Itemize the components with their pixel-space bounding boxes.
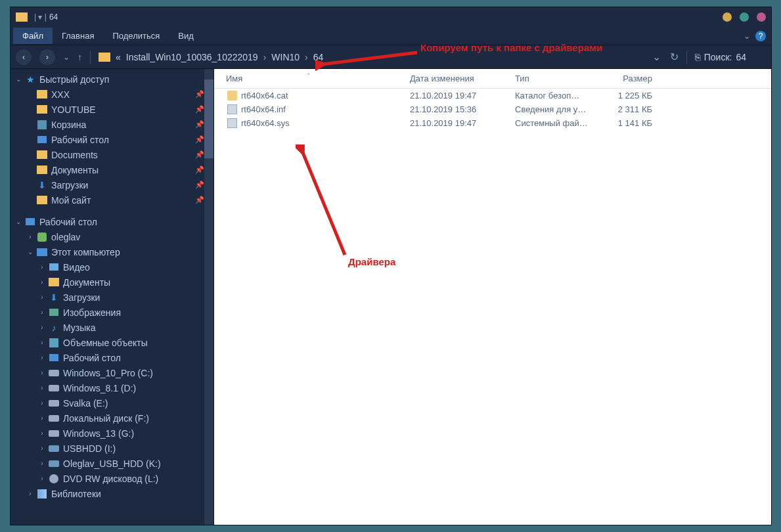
expand-icon[interactable]: › <box>37 369 47 376</box>
expand-icon[interactable]: › <box>37 339 47 346</box>
minimize-button[interactable] <box>723 12 732 22</box>
nav-drive[interactable]: ›Svalka (E:) <box>11 395 213 410</box>
tree-label: Библиотеки <box>51 489 101 499</box>
file-icon <box>227 118 237 128</box>
address-dropdown-icon[interactable]: ⌄ <box>652 51 661 63</box>
nav-drive[interactable]: ›DVD RW дисковод (L:) <box>11 471 213 486</box>
nav-pc-folder[interactable]: ›♪Музыка <box>11 320 213 335</box>
search-box[interactable]: ⎘ Поиск: 64 <box>695 52 766 62</box>
forward-button[interactable]: › <box>39 49 55 65</box>
expand-icon[interactable]: ⌄ <box>25 248 35 255</box>
up-button[interactable]: ↑ <box>78 52 82 62</box>
folder-icon <box>16 12 28 22</box>
file-row[interactable]: rt640x64.inf21.10.2019 15:36Сведения для… <box>214 102 771 116</box>
close-button[interactable] <box>757 12 766 22</box>
tree-label: Корзина <box>51 120 86 130</box>
tree-label: XXX <box>51 89 70 100</box>
file-name: rt640x64.sys <box>241 118 290 128</box>
expand-icon[interactable]: › <box>37 399 47 407</box>
expand-icon[interactable]: › <box>25 233 35 240</box>
expand-icon[interactable]: ⌄ <box>13 76 24 83</box>
expand-icon[interactable]: › <box>25 490 35 497</box>
file-name: rt640x64.cat <box>241 91 288 100</box>
expand-icon[interactable]: › <box>37 354 47 361</box>
breadcrumb-segment[interactable]: Install_Win10_10036_10222019 <box>126 52 258 62</box>
nav-drive[interactable]: ›Локальный диск (F:) <box>11 410 213 426</box>
nav-drive[interactable]: ›Windows_10_Pro (C:) <box>11 365 213 380</box>
nav-drive[interactable]: ›Windows_13 (G:) <box>11 426 213 441</box>
nav-drive[interactable]: ›Oleglav_USB_HDD (K:) <box>11 456 213 471</box>
nav-quick-item[interactable]: XXX📌 <box>11 87 213 102</box>
nav-quick-item[interactable]: Мой сайт📌 <box>11 192 213 208</box>
ribbon-tab-view[interactable]: Вид <box>169 28 203 44</box>
user-icon <box>37 233 47 242</box>
column-size[interactable]: Размер <box>595 74 658 83</box>
pin-icon: 📌 <box>195 150 204 159</box>
maximize-button[interactable] <box>740 12 749 22</box>
file-icon <box>227 104 237 114</box>
expand-icon[interactable]: › <box>37 384 47 391</box>
column-date[interactable]: Дата изменения <box>405 74 510 83</box>
breadcrumb-segment[interactable]: « <box>116 52 121 62</box>
ribbon-tab-home[interactable]: Главная <box>53 28 103 44</box>
nav-quick-item[interactable]: Documents📌 <box>11 147 213 162</box>
column-name[interactable]: Имя⌃ <box>214 74 405 83</box>
file-row[interactable]: rt640x64.sys21.10.2019 19:47Системный фа… <box>214 116 771 130</box>
expand-icon[interactable]: ⌄ <box>13 218 24 225</box>
nav-pc-folder[interactable]: ›⬇Загрузки <box>11 290 213 305</box>
nav-pc-folder[interactable]: ›Изображения <box>11 305 213 320</box>
ribbon-expand-icon[interactable]: ⌄ <box>744 32 750 41</box>
nav-quick-access[interactable]: ⌄★Быстрый доступ <box>11 72 213 87</box>
expand-icon[interactable]: › <box>37 460 47 467</box>
ribbon-tab-file[interactable]: Файл <box>13 28 53 44</box>
titlebar[interactable]: | ▾ | 64 <box>11 7 771 27</box>
nav-quick-item[interactable]: ⬇Загрузки📌 <box>11 177 213 192</box>
tree-label: Мой сайт <box>51 195 91 206</box>
expand-icon[interactable]: › <box>37 414 47 422</box>
nav-quick-item[interactable]: YOUTUBE📌 <box>11 102 213 117</box>
expand-icon[interactable]: › <box>37 430 47 437</box>
expand-icon[interactable]: › <box>37 475 47 482</box>
nav-quick-item[interactable]: Корзина📌 <box>11 117 213 132</box>
tree-label: YOUTUBE <box>51 104 96 115</box>
back-button[interactable]: ‹ <box>16 49 32 65</box>
nav-pc-folder[interactable]: ›Объемные объекты <box>11 335 213 350</box>
breadcrumb-segment[interactable]: 64 <box>313 52 324 62</box>
expand-icon[interactable]: › <box>37 278 47 286</box>
breadcrumb-segment[interactable]: WIN10 <box>271 52 300 62</box>
expand-icon[interactable]: › <box>37 309 47 316</box>
nav-desktop[interactable]: ⌄Рабочий стол <box>11 214 213 229</box>
expand-icon[interactable]: › <box>37 263 47 271</box>
file-row[interactable]: rt640x64.cat21.10.2019 19:47Каталог безо… <box>214 89 771 102</box>
nav-drive[interactable]: ›USBHDD (I:) <box>11 441 213 456</box>
nav-quick-item[interactable]: Документы📌 <box>11 162 213 177</box>
nav-this-pc[interactable]: ⌄Этот компьютер <box>11 244 213 259</box>
nav-user[interactable]: ›oleglav <box>11 229 213 244</box>
search-icon: ⎘ <box>695 52 700 62</box>
nav-drive[interactable]: ›Windows_8.1 (D:) <box>11 380 213 395</box>
tree-label: Windows_13 (G:) <box>63 428 134 439</box>
file-type: Сведения для у… <box>510 104 595 114</box>
nav-pc-folder[interactable]: ›Документы <box>11 275 213 290</box>
ribbon-tab-share[interactable]: Поделиться <box>103 28 169 44</box>
nav-quick-item[interactable]: Рабочий стол📌 <box>11 132 213 147</box>
sidebar-scrollbar-thumb[interactable] <box>204 79 213 158</box>
pc-icon <box>37 248 47 256</box>
file-list: Имя⌃ Дата изменения Тип Размер rt640x64.… <box>214 69 771 525</box>
nav-pc-folder[interactable]: ›Рабочий стол <box>11 350 213 365</box>
nav-libraries[interactable]: ›Библиотеки <box>11 486 213 501</box>
help-button[interactable]: ? <box>755 31 766 41</box>
refresh-icon[interactable]: ↻ <box>670 51 679 63</box>
column-type[interactable]: Тип <box>510 74 595 83</box>
tree-label: Быстрый доступ <box>39 74 109 85</box>
chevron-right-icon: › <box>263 52 267 62</box>
pin-icon: 📌 <box>195 105 204 114</box>
expand-icon[interactable]: › <box>37 445 47 452</box>
breadcrumb[interactable]: « Install_Win10_10036_10222019 › WIN10 ›… <box>99 52 644 62</box>
tree-label: Локальный диск (F:) <box>63 413 149 424</box>
nav-pc-folder[interactable]: ›Видео <box>11 259 213 275</box>
file-date: 21.10.2019 19:47 <box>405 91 510 100</box>
expand-icon[interactable]: › <box>37 294 47 301</box>
expand-icon[interactable]: › <box>37 324 47 331</box>
history-dropdown-icon[interactable]: ⌄ <box>63 53 70 62</box>
